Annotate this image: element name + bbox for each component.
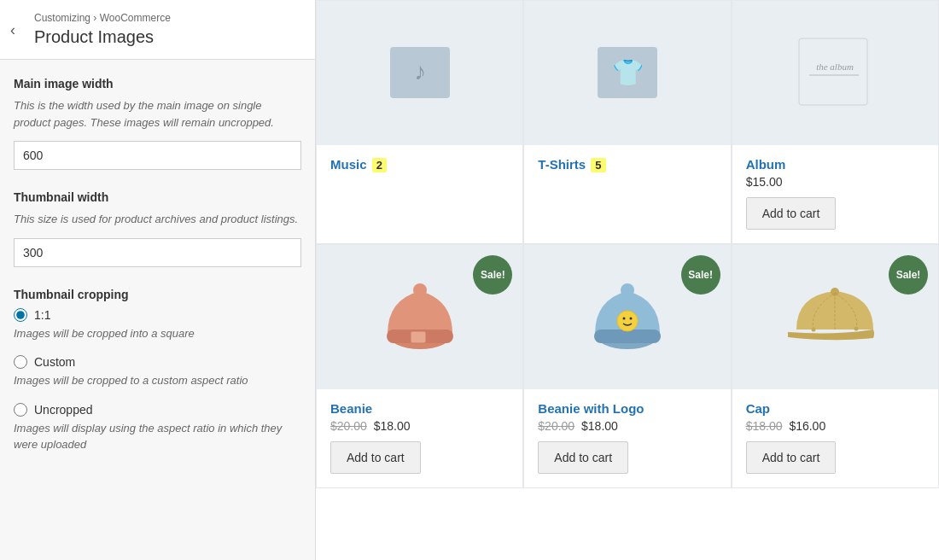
svg-point-10 xyxy=(413,283,427,297)
sale-badge-beanie-logo: Sale! xyxy=(681,255,720,295)
sale-price-cap: $16.00 xyxy=(789,419,825,433)
svg-text:the album: the album xyxy=(816,61,854,72)
main-image-section-title: Main image width xyxy=(14,77,301,90)
product-info-music: Music 2 xyxy=(317,145,522,190)
original-price-beanie-logo: $20.00 xyxy=(538,419,574,433)
product-image-album: the album xyxy=(732,1,938,145)
back-button[interactable]: ‹ xyxy=(10,20,15,38)
svg-point-18 xyxy=(812,328,816,332)
product-name-beanie-logo[interactable]: Beanie with Logo xyxy=(538,401,716,416)
thumbnail-section-desc: This size is used for product archives a… xyxy=(14,211,301,228)
cropping-radio-uncropped[interactable] xyxy=(14,403,27,417)
product-card-cap: Sale! Cap $18.00 $16.00 Add to cart xyxy=(732,244,939,488)
svg-rect-4 xyxy=(799,38,867,105)
cropping-custom-desc: Images will be cropped to a custom aspec… xyxy=(14,372,301,389)
product-price-beanie-logo: $20.00 $18.00 xyxy=(538,419,716,433)
product-price-cap: $18.00 $16.00 xyxy=(746,419,924,433)
cropping-1to1-desc: Images will be cropped into a square xyxy=(14,325,301,342)
product-name-cap[interactable]: Cap xyxy=(746,401,924,416)
cropping-radio-1to1-text: 1:1 xyxy=(34,308,50,322)
product-image-beanie: Sale! xyxy=(317,245,522,389)
product-price-album: $15.00 xyxy=(746,175,924,189)
cropping-radio-uncropped-text: Uncropped xyxy=(34,403,93,417)
svg-text:👕: 👕 xyxy=(611,57,644,88)
cropping-uncropped-desc: Images will display using the aspect rat… xyxy=(14,420,301,453)
thumbnail-width-input[interactable] xyxy=(14,238,301,267)
product-name-music[interactable]: Music 2 xyxy=(330,157,509,172)
sale-badge-cap: Sale! xyxy=(889,255,928,295)
add-to-cart-cap[interactable]: Add to cart xyxy=(746,441,837,474)
svg-rect-9 xyxy=(411,331,426,343)
sale-badge-beanie: Sale! xyxy=(473,255,512,295)
product-card-beanie-logo: Sale! Beanie with Logo $20.00 $18.00 Add… xyxy=(523,244,731,488)
svg-text:♪: ♪ xyxy=(414,58,426,85)
product-image-cap: Sale! xyxy=(732,245,938,389)
product-card-music: ♪ Music 2 xyxy=(316,0,523,244)
beanie-logo-image-icon xyxy=(580,270,674,364)
sale-price-beanie-logo: $18.00 xyxy=(581,419,618,433)
add-to-cart-album[interactable]: Add to cart xyxy=(746,197,837,230)
tshirts-badge: 5 xyxy=(591,158,605,172)
product-info-tshirts: T-Shirts 5 xyxy=(524,145,730,190)
svg-point-15 xyxy=(629,318,632,320)
album-image-icon: the album xyxy=(792,34,878,111)
original-price-beanie: $20.00 xyxy=(330,419,367,433)
page-title: Product Images xyxy=(34,27,301,47)
cropping-radio-1to1[interactable] xyxy=(14,308,27,322)
music-badge: 2 xyxy=(372,158,387,172)
sidebar-content: Main image width This is the width used … xyxy=(0,60,315,484)
product-info-beanie-logo: Beanie with Logo $20.00 $18.00 Add to ca… xyxy=(524,389,730,487)
cropping-radio-custom[interactable] xyxy=(14,355,27,369)
breadcrumb: Customizing › WooCommerce xyxy=(34,12,301,24)
cropping-radio-custom-text: Custom xyxy=(34,355,75,369)
product-info-beanie: Beanie $20.00 $18.00 Add to cart xyxy=(317,389,522,487)
product-card-beanie: Sale! Beanie $20.00 $18.00 Add to cart xyxy=(316,244,523,488)
product-image-beanie-logo: Sale! xyxy=(524,245,730,389)
cropping-radio-1to1-label[interactable]: 1:1 xyxy=(14,308,301,322)
sidebar-header: ‹ Customizing › WooCommerce Product Imag… xyxy=(0,0,315,60)
main-image-section-desc: This is the width used by the main image… xyxy=(14,97,301,131)
thumbnail-section-title: Thumbnail width xyxy=(14,190,301,204)
svg-point-13 xyxy=(617,311,638,331)
cropping-section-title: Thumbnail cropping xyxy=(14,288,301,301)
tshirt-image-icon: 👕 xyxy=(589,38,666,107)
product-name-tshirts[interactable]: T-Shirts 5 xyxy=(538,157,716,172)
add-to-cart-beanie-logo[interactable]: Add to cart xyxy=(538,441,628,474)
cap-image-icon xyxy=(779,274,890,359)
product-name-album[interactable]: Album xyxy=(746,157,924,172)
original-price-cap: $18.00 xyxy=(746,419,783,433)
cropping-option-uncropped: Uncropped Images will display using the … xyxy=(14,403,301,453)
music-image-icon: ♪ xyxy=(382,38,458,107)
product-image-tshirts: 👕 xyxy=(524,1,730,145)
product-image-music: ♪ xyxy=(317,1,522,145)
product-info-album: Album $15.00 Add to cart xyxy=(732,145,938,243)
svg-point-14 xyxy=(622,318,625,320)
add-to-cart-beanie[interactable]: Add to cart xyxy=(330,441,421,474)
sidebar: ‹ Customizing › WooCommerce Product Imag… xyxy=(0,0,316,560)
product-info-cap: Cap $18.00 $16.00 Add to cart xyxy=(732,389,938,487)
cropping-option-1to1: 1:1 Images will be cropped into a square xyxy=(14,308,301,342)
svg-point-19 xyxy=(854,327,859,331)
cropping-radio-uncropped-label[interactable]: Uncropped xyxy=(14,403,301,417)
sale-price-beanie: $18.00 xyxy=(374,419,411,433)
product-name-beanie[interactable]: Beanie xyxy=(330,401,509,416)
cropping-radio-custom-label[interactable]: Custom xyxy=(14,355,301,369)
product-card-tshirts: 👕 T-Shirts 5 xyxy=(523,0,731,244)
product-price-beanie: $20.00 $18.00 xyxy=(330,419,509,433)
svg-point-16 xyxy=(621,283,634,297)
main-image-width-input[interactable] xyxy=(14,141,301,170)
product-card-album: the album Album $15.00 Add to cart xyxy=(732,0,939,244)
main-content: ♪ Music 2 👕 xyxy=(316,0,939,560)
products-grid: ♪ Music 2 👕 xyxy=(316,0,939,488)
cropping-option-custom: Custom Images will be cropped to a custo… xyxy=(14,355,301,389)
beanie-image-icon xyxy=(373,270,467,364)
